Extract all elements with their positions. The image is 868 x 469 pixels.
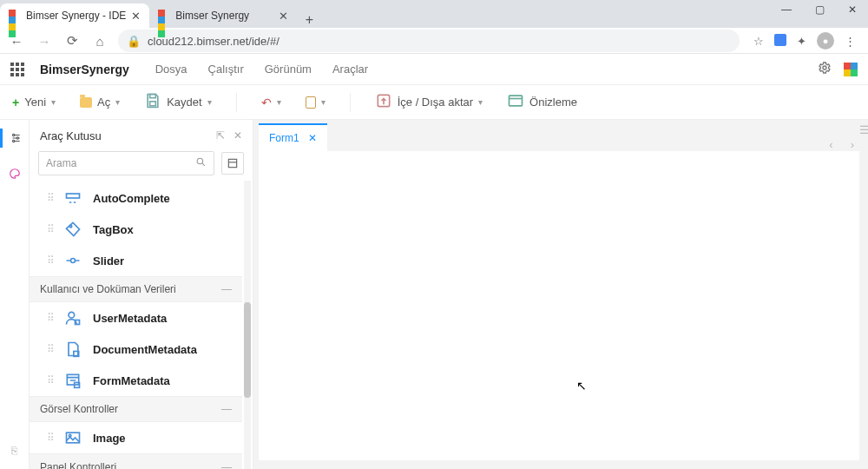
close-icon[interactable]: ✕ <box>233 129 242 142</box>
svg-rect-14 <box>76 320 80 325</box>
collapse-icon: — <box>221 403 232 415</box>
reload-icon[interactable]: ⟳ <box>62 33 82 49</box>
save-label: Kaydet <box>167 96 201 109</box>
tool-formmetadata[interactable]: ⠿ FormMetadata <box>30 365 242 396</box>
tool-slider[interactable]: ⠿ Slider <box>30 245 242 276</box>
browser-chrome: Bimser Synergy - IDE ✕ Bimser Synergy ✕ … <box>0 0 868 54</box>
home-icon[interactable]: ⌂ <box>90 34 109 49</box>
close-icon[interactable]: ✕ <box>308 132 317 144</box>
tool-item[interactable]: ⠿ <box>30 181 242 182</box>
left-rail: ⎘ <box>0 120 30 469</box>
drag-grip-icon: ⠿ <box>47 192 53 204</box>
import-export-button[interactable]: İçe / Dışa aktar ▾ <box>375 92 483 112</box>
svg-point-12 <box>71 259 76 263</box>
menu-dots-icon[interactable]: ⋮ <box>845 35 856 48</box>
separator <box>236 93 237 112</box>
scrollbar[interactable] <box>244 181 251 469</box>
browser-tab[interactable]: Bimser Synergy ✕ <box>149 3 297 28</box>
browser-tab-active[interactable]: Bimser Synergy - IDE ✕ <box>0 3 149 28</box>
new-tab-button[interactable]: + <box>297 12 321 28</box>
open-label: Aç <box>97 96 110 109</box>
image-icon <box>63 429 82 446</box>
tab-strip: Bimser Synergy - IDE ✕ Bimser Synergy ✕ … <box>0 0 868 28</box>
browser-tab-title: Bimser Synergy <box>175 10 273 22</box>
favicon-icon <box>9 10 21 22</box>
extensions-icon[interactable]: ✦ <box>797 35 806 48</box>
settings-gear-icon[interactable] <box>818 61 832 77</box>
chevron-down-icon: ▾ <box>277 97 281 107</box>
expand-button[interactable] <box>221 152 244 175</box>
pin-icon[interactable]: ⇱ <box>216 129 225 142</box>
app-name: BimserSynergy <box>40 63 129 76</box>
category-user-doc[interactable]: Kullanıcı ve Doküman Verileri — <box>30 276 242 302</box>
tool-tagbox[interactable]: ⠿ TagBox <box>30 214 242 245</box>
svg-point-19 <box>69 434 71 437</box>
tag-icon <box>63 221 82 238</box>
translate-icon[interactable] <box>774 34 786 49</box>
menu-view[interactable]: Görünüm <box>265 63 312 76</box>
toolbox-list: ⠿ ⠿ AutoComplete ⠿ TagBox <box>30 181 253 469</box>
tool-label: Slider <box>93 254 124 268</box>
url-input[interactable]: 🔒 cloud212.bimser.net/ide/#/ <box>118 30 740 52</box>
category-panel[interactable]: Panel Kontrolleri — <box>30 453 242 469</box>
scrollbar-thumb[interactable] <box>244 302 251 398</box>
editor-tab-label: Form1 <box>269 132 299 144</box>
tab-prev-icon[interactable]: ‹ <box>829 138 832 151</box>
category-label: Panel Kontrolleri <box>40 461 116 470</box>
drag-grip-icon: ⠿ <box>47 223 53 235</box>
tool-label: TagBox <box>93 223 134 236</box>
maximize-icon[interactable]: ▢ <box>809 3 830 16</box>
toolbar: + Yeni ▾ Aç ▾ Kaydet ▾ ↶ ▾ ▾ İçe / Dışa … <box>0 85 868 120</box>
properties-rail-icon[interactable]: ☰ <box>859 123 868 136</box>
close-icon[interactable]: ✕ <box>131 10 141 23</box>
tool-label: Image <box>93 432 126 445</box>
paste-button[interactable]: ▾ <box>306 96 326 109</box>
rail-toolbox-icon[interactable] <box>0 129 29 148</box>
chevron-down-icon: ▾ <box>51 97 56 107</box>
folder-icon <box>80 97 92 108</box>
svg-point-5 <box>13 134 15 135</box>
menu-tools[interactable]: Araçlar <box>332 63 368 76</box>
sidebar-title: Araç Kutusu <box>40 129 102 142</box>
svg-rect-9 <box>228 159 236 167</box>
app-menu: Dosya Çalıştır Görünüm Araçlar <box>155 63 368 76</box>
undo-button[interactable]: ↶ ▾ <box>261 96 281 109</box>
lock-icon: 🔒 <box>127 35 141 48</box>
drag-grip-icon: ⠿ <box>47 374 53 386</box>
search-input[interactable]: Arama <box>38 151 214 175</box>
tab-next-icon[interactable]: › <box>851 138 854 151</box>
minimize-icon[interactable]: — <box>776 3 797 16</box>
search-placeholder: Arama <box>46 157 76 169</box>
close-window-icon[interactable]: ✕ <box>842 3 863 16</box>
rail-bottom-icon[interactable]: ⎘ <box>11 445 17 457</box>
category-label: Kullanıcı ve Doküman Verileri <box>40 283 176 295</box>
preview-label: Önizleme <box>529 96 577 109</box>
save-button[interactable]: Kaydet ▾ <box>144 92 211 112</box>
close-icon[interactable]: ✕ <box>279 10 288 23</box>
tool-image[interactable]: ⠿ Image <box>30 422 242 453</box>
editor-tab-form1[interactable]: Form1 ✕ <box>259 123 327 151</box>
clipboard-icon <box>306 96 316 109</box>
document-icon <box>63 340 82 358</box>
svg-rect-10 <box>67 194 80 198</box>
brand-logo-icon[interactable] <box>844 63 858 76</box>
svg-point-13 <box>69 312 75 318</box>
tool-label: UserMetadata <box>93 312 167 325</box>
profile-avatar-icon[interactable]: ● <box>817 32 834 50</box>
tool-documentmetadata[interactable]: ⠿ DocumentMetadata <box>30 334 242 365</box>
tool-usermetadata[interactable]: ⠿ UserMetadata <box>30 302 242 334</box>
category-visual[interactable]: Görsel Kontroller — <box>30 396 242 422</box>
workspace: ⎘ Araç Kutusu ⇱ ✕ Arama ⠿ <box>0 120 868 469</box>
menu-run[interactable]: Çalıştır <box>208 63 244 76</box>
new-button[interactable]: + Yeni ▾ <box>12 96 56 109</box>
apps-grid-icon[interactable] <box>10 63 24 76</box>
open-button[interactable]: Aç ▾ <box>80 96 120 109</box>
svg-point-8 <box>197 158 203 164</box>
menu-file[interactable]: Dosya <box>155 63 187 76</box>
preview-button[interactable]: Önizleme <box>507 92 577 112</box>
tool-label: AutoComplete <box>93 192 170 205</box>
form-canvas[interactable]: ↖ <box>259 151 859 460</box>
star-icon[interactable]: ☆ <box>753 35 764 48</box>
rail-palette-icon[interactable] <box>8 167 22 181</box>
tool-autocomplete[interactable]: ⠿ AutoComplete <box>30 182 242 214</box>
